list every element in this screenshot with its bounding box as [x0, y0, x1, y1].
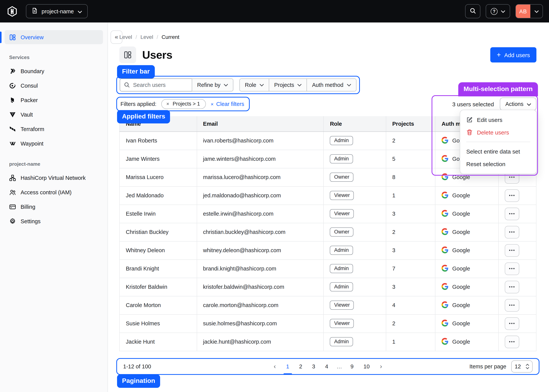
- table-row: Whitney Deleonwhitney.deleon@hashicorp.c…: [120, 241, 536, 259]
- selection-toolbar: 3 users selected Actions Multi-selection…: [452, 98, 536, 111]
- cell-name: Jame Winters: [120, 150, 197, 168]
- sidebar-item-hashicorp-virtual-network[interactable]: HashiCorp Virtual Network: [0, 171, 107, 185]
- role-badge: Admin: [330, 246, 353, 255]
- plus-icon: +: [497, 51, 501, 58]
- google-icon: [442, 137, 448, 145]
- shell: Overview Services BoundaryConsulPackerVa…: [0, 22, 549, 392]
- chevron-down-icon: [78, 8, 82, 14]
- auth-method-label: Google: [452, 320, 470, 327]
- auth-method: Google: [442, 265, 492, 273]
- menu-item-delete-users[interactable]: Delete users: [460, 126, 536, 139]
- cell-projects: 4: [386, 296, 435, 314]
- cell-email: marissa.lucero@hashicorp.com: [197, 168, 324, 186]
- row-actions-button[interactable]: [505, 262, 519, 275]
- pagination-range: 1-12 of 100: [123, 363, 151, 369]
- row-actions-button[interactable]: [505, 189, 519, 202]
- items-per-page-stepper[interactable]: 12: [511, 360, 533, 372]
- hashicorp-logo-icon[interactable]: [6, 5, 18, 17]
- filter-dropdown-label: Auth method: [312, 82, 343, 88]
- cell-auth-method: Google: [435, 223, 498, 241]
- previous-page-button[interactable]: ‹: [270, 363, 279, 370]
- cell-projects: 3: [386, 205, 435, 223]
- auth-method-label: Google: [452, 211, 470, 217]
- sidebar-item-billing[interactable]: Billing: [0, 200, 107, 214]
- page-2[interactable]: 2: [296, 362, 305, 371]
- row-actions-button[interactable]: [505, 336, 519, 348]
- cell-name: Jed Maldonado: [120, 186, 197, 205]
- terraform-icon: [9, 126, 16, 133]
- sidebar-item-terraform[interactable]: Terraform: [0, 122, 107, 136]
- cell-name: Kristofer Baldwin: [120, 278, 197, 296]
- row-actions-button[interactable]: [505, 244, 519, 257]
- sidebar-item-waypoint[interactable]: Waypoint: [0, 136, 107, 151]
- page-10[interactable]: 10: [360, 362, 373, 371]
- page-1[interactable]: 1: [283, 362, 292, 371]
- row-actions-button[interactable]: [505, 207, 519, 220]
- sidebar-item-label: Terraform: [21, 126, 44, 132]
- sidebar-item-overview[interactable]: Overview: [5, 30, 103, 44]
- cell-email: jed.maldonado@hashicorp.com: [197, 186, 324, 205]
- cell-role: Owner: [324, 223, 386, 241]
- menu-item-reset-selection[interactable]: Reset selection: [460, 158, 536, 170]
- table-row: Carole Mortoncarole.morton@hashicorp.com…: [120, 296, 536, 314]
- cell-name: Carole Morton: [120, 296, 197, 314]
- role-badge: Viewer: [330, 191, 354, 200]
- page-3[interactable]: 3: [309, 362, 318, 371]
- table-row: Brandi Knightbrandi.knight@hashicorp.com…: [120, 259, 536, 278]
- filter-dropdown-auth-method[interactable]: Auth method: [307, 78, 356, 91]
- google-icon: [442, 155, 448, 163]
- row-actions-button[interactable]: [505, 317, 519, 330]
- clear-filters-link[interactable]: × Clear filters: [211, 101, 244, 107]
- role-badge: Owner: [330, 227, 354, 237]
- refine-by-button[interactable]: Refine by: [192, 78, 234, 91]
- add-users-button[interactable]: + Add users: [490, 47, 536, 63]
- row-actions-button[interactable]: [505, 299, 519, 311]
- search-users-input[interactable]: [120, 78, 192, 91]
- row-actions-button[interactable]: [505, 226, 519, 238]
- page-4[interactable]: 4: [322, 362, 331, 371]
- sidebar-item-settings[interactable]: Settings: [0, 214, 107, 229]
- cell-projects: 3: [386, 241, 435, 259]
- filter-dropdown-label: Role: [245, 82, 257, 88]
- pagination: Pagination 1-12 of 100 ‹1234…910› Items …: [116, 358, 540, 375]
- consul-icon: [9, 82, 16, 89]
- sidebar-item-access-control-iam[interactable]: Access control (IAM): [0, 185, 107, 200]
- auth-method: Google: [442, 319, 492, 327]
- sidebar-item-boundary[interactable]: Boundary: [0, 64, 107, 78]
- project-switcher[interactable]: project-name: [26, 4, 87, 18]
- pagination-pages: ‹1234…910›: [270, 362, 386, 371]
- breadcrumb-item[interactable]: Level: [141, 34, 153, 40]
- column-header: Role: [324, 116, 386, 131]
- sidebar-item-vault[interactable]: Vault: [0, 107, 107, 122]
- menu-item-select-entire-data-set[interactable]: Select entire data set: [460, 145, 536, 158]
- menu-item-edit-users[interactable]: Edit users: [460, 113, 536, 126]
- stepper-chevrons-icon: [526, 364, 529, 369]
- filter-dropdown-role[interactable]: Role: [240, 78, 269, 91]
- cell-auth-method: Google: [435, 333, 498, 351]
- top-nav: project-name ? AB: [0, 0, 549, 22]
- cell-role: Admin: [324, 278, 386, 296]
- help-menu-button[interactable]: ?: [486, 4, 510, 18]
- main: « Level/Level/Current Users + Add users …: [108, 22, 549, 392]
- cell-name: Brandi Knight: [120, 259, 197, 278]
- filter-pill[interactable]: × Projects > 1: [161, 99, 206, 109]
- gear-icon: [9, 218, 16, 225]
- breadcrumb-item[interactable]: Level: [119, 34, 132, 40]
- search-button[interactable]: [465, 4, 480, 18]
- row-actions-button[interactable]: [505, 280, 519, 293]
- sidebar-item-packer[interactable]: Packer: [0, 93, 107, 107]
- role-badge: Admin: [330, 154, 353, 163]
- breadcrumb-separator: /: [157, 34, 158, 40]
- filter-dropdown-projects[interactable]: Projects: [269, 78, 307, 91]
- actions-button[interactable]: Actions: [500, 98, 536, 111]
- chevron-down-icon: [260, 84, 264, 86]
- sidebar-item-consul[interactable]: Consul: [0, 78, 107, 93]
- cell-name: Susie Holmes: [120, 314, 197, 333]
- next-page-button[interactable]: ›: [377, 363, 385, 370]
- cell-actions: [498, 205, 536, 223]
- project-switcher-label: project-name: [42, 8, 74, 14]
- annotation-pagination: Pagination: [117, 374, 160, 388]
- account-menu-button[interactable]: AB: [515, 4, 543, 18]
- waypoint-icon: [9, 140, 16, 147]
- page-9[interactable]: 9: [348, 362, 357, 371]
